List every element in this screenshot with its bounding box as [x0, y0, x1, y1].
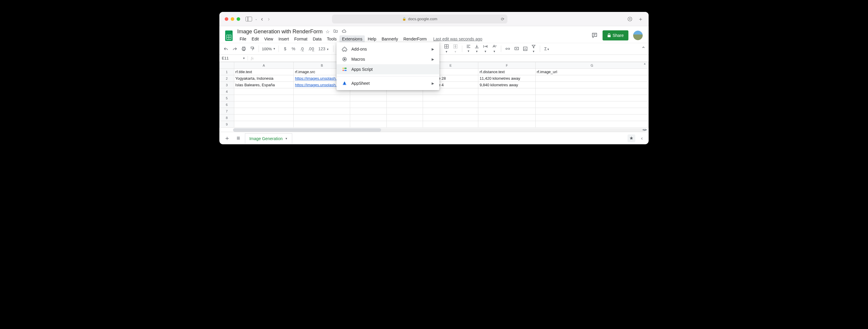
cell[interactable]: 9,840 kilometres away — [478, 82, 535, 88]
share-button[interactable]: Share — [602, 30, 628, 40]
maximize-window-button[interactable] — [237, 17, 240, 21]
column-header[interactable]: A — [234, 62, 294, 69]
cell[interactable]: rf.image_url — [535, 69, 648, 75]
row-header[interactable]: 9 — [220, 121, 234, 128]
add-sheet-icon[interactable]: ＋ — [222, 134, 232, 142]
menu-file[interactable]: File — [237, 35, 249, 42]
cell[interactable] — [350, 115, 387, 121]
sheet-tab-active[interactable]: Image Generation ▼ — [245, 133, 292, 144]
insert-chart-icon[interactable] — [522, 46, 529, 52]
toolbar-collapse-icon[interactable]: ⌃ — [641, 46, 646, 52]
cell[interactable] — [535, 121, 648, 128]
cell[interactable] — [423, 101, 478, 108]
cell[interactable]: 11,420 kilometres away — [478, 75, 535, 82]
address-bar[interactable]: 🔒 docs.google.com ⟳ — [332, 14, 507, 24]
cell[interactable] — [294, 108, 350, 115]
percent-icon[interactable]: % — [290, 45, 297, 52]
merge-cells-icon[interactable]: ▼ — [452, 43, 459, 55]
cell[interactable]: Islas Baleares, España — [234, 82, 294, 88]
nav-forward-button[interactable]: › — [267, 16, 271, 22]
text-wrap-icon[interactable]: ▼ — [482, 43, 489, 54]
currency-icon[interactable]: $ — [282, 45, 288, 52]
cell[interactable] — [234, 95, 294, 101]
cloud-status-icon[interactable] — [342, 29, 347, 34]
downloads-icon[interactable] — [627, 17, 632, 22]
cell[interactable]: rf.distance.text — [478, 69, 535, 75]
cell[interactable] — [535, 88, 648, 95]
row-header[interactable]: 1 — [220, 69, 234, 75]
reload-icon[interactable]: ⟳ — [501, 17, 504, 22]
cell[interactable] — [423, 95, 478, 101]
cell[interactable] — [234, 108, 294, 115]
menu-format[interactable]: Format — [292, 35, 310, 42]
cell[interactable]: rf.title.text — [234, 69, 294, 75]
cell[interactable] — [535, 82, 648, 88]
cell[interactable] — [234, 88, 294, 95]
cell[interactable] — [478, 88, 535, 95]
row-header[interactable]: 8 — [220, 115, 234, 121]
cell[interactable] — [294, 95, 350, 101]
menu-data[interactable]: Data — [310, 35, 324, 42]
cell[interactable] — [478, 101, 535, 108]
menu-item-macros[interactable]: Macros▶ — [337, 54, 439, 64]
sheet-tab-menu-icon[interactable]: ▼ — [285, 137, 288, 140]
cell[interactable] — [535, 115, 648, 121]
text-rotation-icon[interactable]: ▼ — [491, 43, 498, 54]
menu-renderform[interactable]: RenderForm — [401, 35, 429, 42]
cell[interactable] — [294, 115, 350, 121]
zoom-select[interactable]: 100%▼ — [262, 47, 276, 51]
functions-icon[interactable]: Σ▼ — [543, 45, 551, 52]
menu-bannerly[interactable]: Bannerly — [379, 35, 400, 42]
cell[interactable] — [478, 95, 535, 101]
cell[interactable] — [386, 115, 423, 121]
close-window-button[interactable] — [225, 17, 228, 21]
cell[interactable]: Yogyakarta, Indonesia — [234, 75, 294, 82]
filter-icon[interactable]: ▼ — [530, 43, 537, 54]
cell[interactable] — [478, 121, 535, 128]
cell[interactable] — [234, 101, 294, 108]
column-header[interactable]: G — [535, 62, 648, 69]
cell[interactable] — [350, 101, 387, 108]
decrease-decimal-icon[interactable]: .0̲ — [299, 45, 305, 52]
cell[interactable] — [234, 121, 294, 128]
menu-edit[interactable]: Edit — [249, 35, 261, 42]
row-header[interactable]: 2 — [220, 75, 234, 82]
insert-comment-icon[interactable] — [513, 46, 520, 52]
cell[interactable] — [386, 101, 423, 108]
cell[interactable] — [535, 108, 648, 115]
new-tab-icon[interactable]: ＋ — [638, 16, 643, 23]
document-title[interactable]: Image Generation with RenderForm — [237, 29, 322, 35]
cell[interactable] — [386, 108, 423, 115]
sidepanel-toggle-icon[interactable]: ‹ — [638, 136, 646, 141]
cell[interactable] — [478, 108, 535, 115]
move-icon[interactable] — [333, 29, 338, 34]
redo-icon[interactable] — [231, 46, 239, 52]
sidebar-toggle-icon[interactable] — [246, 17, 252, 22]
horizontal-align-icon[interactable]: ▼ — [465, 43, 472, 54]
row-header[interactable]: 3 — [220, 82, 234, 88]
name-box[interactable]: E11▼ — [219, 56, 248, 60]
insert-link-icon[interactable] — [504, 46, 511, 52]
sheets-logo-icon[interactable] — [223, 29, 234, 43]
cell[interactable] — [386, 121, 423, 128]
cell[interactable] — [423, 115, 478, 121]
vertical-align-icon[interactable]: ▼ — [473, 43, 480, 54]
column-header[interactable]: F — [478, 62, 535, 69]
cell[interactable] — [386, 95, 423, 101]
account-avatar[interactable] — [633, 31, 643, 40]
paint-format-icon[interactable] — [249, 45, 256, 52]
print-icon[interactable] — [240, 45, 247, 52]
nav-back-button[interactable]: ‹ — [260, 16, 264, 22]
last-edit-link[interactable]: Last edit was seconds ago — [433, 35, 483, 42]
menu-item-add-ons[interactable]: Add-ons▶ — [337, 44, 439, 54]
borders-icon[interactable]: ▼ — [443, 43, 450, 55]
comments-icon[interactable] — [591, 32, 598, 39]
scroll-left-icon[interactable]: ◀ — [642, 128, 645, 131]
cell[interactable] — [350, 108, 387, 115]
menu-help[interactable]: Help — [365, 35, 379, 42]
row-header[interactable]: 4 — [220, 88, 234, 95]
cell[interactable] — [423, 108, 478, 115]
cell[interactable] — [234, 115, 294, 121]
horizontal-scrollbar[interactable] — [233, 128, 645, 132]
scroll-right-icon[interactable]: ▶ — [645, 128, 647, 131]
